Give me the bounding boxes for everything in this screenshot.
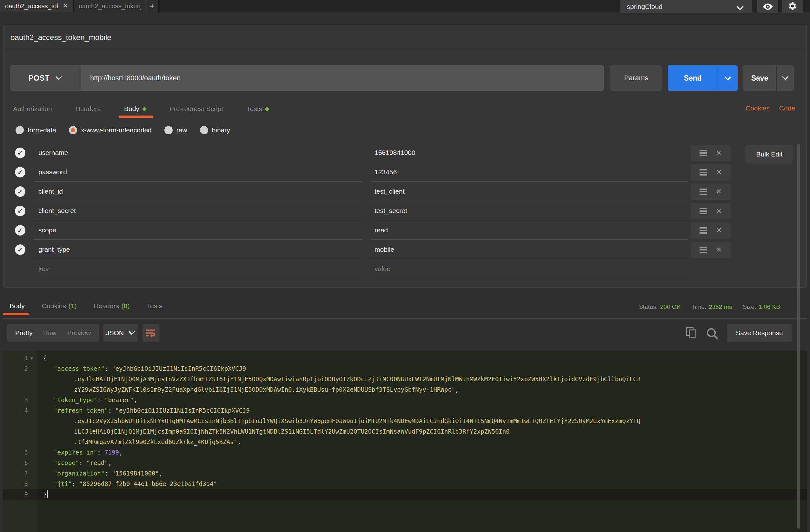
tab-label: oauth2_access_token_passw (79, 2, 141, 10)
value-field[interactable]: test_secret (371, 201, 688, 220)
key-field[interactable]: password (35, 162, 362, 181)
wrap-text-icon (146, 328, 156, 337)
key-field[interactable]: client_id (35, 182, 362, 201)
url-input[interactable]: http://host1:8000/oauth/token (81, 65, 604, 91)
params-button[interactable]: Params (610, 65, 662, 91)
save-options-button[interactable] (777, 65, 794, 91)
radio-binary[interactable]: binary (200, 126, 230, 134)
value-field[interactable]: value (371, 259, 688, 278)
value-field[interactable]: test_client (371, 182, 688, 201)
key-field[interactable]: username (35, 143, 362, 162)
drag-handle-icon[interactable] (699, 247, 707, 253)
code-line: iLCJleHAiOjE1NjQ1MjE1MjcsImp0aSI6IjNhZTk… (3, 426, 807, 437)
row-checkbox[interactable]: ✓ (15, 186, 26, 197)
radio-raw[interactable]: raw (164, 126, 187, 134)
status-label: Status: (639, 304, 658, 310)
wrap-text-button[interactable] (143, 324, 159, 342)
search-icon (706, 327, 719, 340)
tab-headers[interactable]: Headers (76, 105, 101, 113)
view-raw[interactable]: Raw (43, 329, 56, 337)
key-field[interactable]: scope (35, 221, 362, 240)
value-field[interactable]: 15619841000 (371, 143, 688, 162)
method-select[interactable]: POST (10, 65, 81, 91)
row-checkbox[interactable]: ✓ (15, 206, 26, 216)
tab-oauth2-access-token[interactable]: oauth2_access_token_ ✕ (0, 0, 74, 12)
code-link[interactable]: Code (779, 104, 795, 112)
drag-handle-icon[interactable] (699, 189, 707, 195)
code-line: 6"scope": "read", (3, 458, 807, 468)
view-preview[interactable]: Preview (67, 329, 91, 337)
drag-handle-icon[interactable] (699, 169, 707, 176)
save-button[interactable]: Save (743, 65, 777, 91)
bulk-edit-button[interactable]: Bulk Edit (746, 145, 793, 163)
drag-handle-icon[interactable] (699, 150, 707, 156)
tab-authorization[interactable]: Authorization (13, 105, 52, 113)
close-tab-icon[interactable]: ✕ (63, 2, 68, 10)
row-actions: ✕ (691, 145, 731, 161)
code-line: zY29wZSI6WyJyZWFkIl0sIm9yZ2FuaXphdGlvbiI… (3, 384, 807, 395)
table-row: ✓client_secrettest_secret✕ (3, 201, 807, 221)
response-body-editor[interactable]: 1▼{2"access_token": "eyJhbGciOiJIUzI1NiI… (3, 351, 807, 532)
send-options-button[interactable] (718, 65, 738, 91)
environment-quicklook-button[interactable] (757, 0, 778, 13)
row-checkbox[interactable]: ✓ (15, 167, 26, 177)
key-field[interactable]: client_secret (35, 201, 362, 220)
copy-response-button[interactable] (686, 327, 698, 340)
value-field[interactable]: mobile (371, 240, 688, 259)
key-field[interactable]: key (35, 259, 362, 278)
row-checkbox[interactable]: ✓ (15, 225, 26, 236)
chevron-down-icon (128, 331, 135, 335)
row-checkbox[interactable]: ✓ (15, 148, 26, 158)
row-checkbox[interactable]: ✓ (15, 244, 26, 255)
format-select[interactable]: JSON (103, 324, 138, 342)
code-line: 7"organization": "15619841000", (3, 468, 807, 479)
radio-icon (200, 126, 208, 134)
save-response-button[interactable]: Save Response (727, 324, 792, 342)
search-response-button[interactable] (706, 327, 719, 340)
send-split-button: Send (668, 65, 738, 91)
send-button[interactable]: Send (668, 65, 718, 91)
response-tab-headers[interactable]: Headers(8) (94, 302, 130, 310)
environment-select[interactable]: springCloud (620, 0, 752, 13)
response-tab-body[interactable]: Body (10, 302, 25, 310)
radio-x-www-form-urlencoded[interactable]: x-www-form-urlencoded (69, 126, 152, 134)
delete-row-icon[interactable]: ✕ (716, 246, 722, 253)
radio-icon (69, 126, 77, 134)
tab-label: oauth2_access_token_ (5, 2, 58, 10)
vertical-scrollbar[interactable] (797, 144, 800, 529)
key-field[interactable]: grant_type (35, 240, 362, 259)
response-meta: Status:200 OK Time:2352 ms Size:1.06 KB (639, 304, 780, 310)
radio-form-data[interactable]: form-data (16, 126, 56, 134)
tab-pre-request-script[interactable]: Pre-request Script (169, 105, 223, 113)
tab-oauth2-access-token-password[interactable]: oauth2_access_token_passw (74, 0, 146, 12)
text-cursor (47, 490, 48, 498)
tab-tests[interactable]: Tests (247, 105, 269, 113)
fold-arrow-icon[interactable]: ▼ (31, 353, 33, 364)
delete-row-icon[interactable]: ✕ (716, 149, 722, 157)
response-tab-cookies[interactable]: Cookies(1) (42, 302, 77, 310)
delete-row-icon[interactable]: ✕ (716, 169, 722, 176)
value-field[interactable]: 123456 (371, 162, 688, 181)
request-title: oauth2_access_token_mobile (3, 25, 807, 50)
code-line: .tf3MRmqavA7mjZXl9w0ZkLxed6UZkrkZ_4KDjg5… (3, 437, 807, 447)
cookies-count: (1) (68, 302, 77, 309)
delete-row-icon[interactable]: ✕ (716, 188, 722, 195)
value-field[interactable]: read (371, 221, 688, 240)
settings-button[interactable] (782, 0, 803, 13)
new-tab-button[interactable]: + (146, 0, 159, 12)
code-line: .eyJ1c2VyX25hbWUiOiIxNTYxOTg0MTAwMCIsInN… (3, 416, 807, 426)
code-line: 4"refresh_token": "eyJhbGciOiJIUzI1NiIsI… (3, 405, 807, 416)
tab-body[interactable]: Body (124, 105, 146, 113)
code-line: .eyJleHAiOjE1NjQ0MjA3MjcsInVzZXJfbmFtZSI… (3, 374, 807, 384)
response-tab-tests[interactable]: Tests (147, 302, 162, 310)
green-dot-icon (265, 107, 269, 111)
delete-row-icon[interactable]: ✕ (716, 227, 722, 234)
drag-handle-icon[interactable] (699, 227, 707, 233)
view-pretty[interactable]: Pretty (15, 329, 33, 337)
cookies-link[interactable]: Cookies (746, 104, 770, 112)
delete-row-icon[interactable]: ✕ (716, 208, 722, 214)
drag-handle-icon[interactable] (699, 208, 707, 214)
line-number: 7 (3, 468, 28, 479)
time-value: 2352 ms (709, 304, 732, 310)
table-row: ✓client_idtest_client✕ (3, 182, 807, 201)
